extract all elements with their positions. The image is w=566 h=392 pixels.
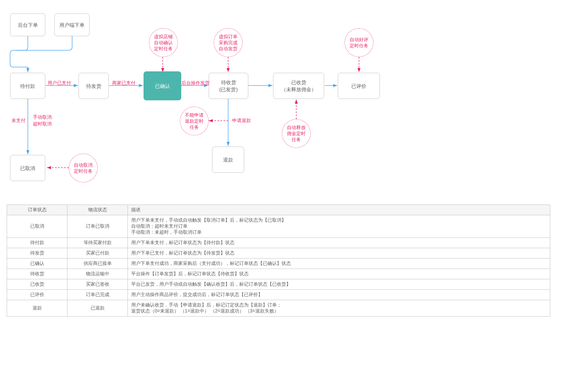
cell-order-status: 已确认	[7, 259, 67, 269]
th-description: 描述	[128, 205, 550, 215]
cell-order-status: 已取消	[7, 215, 67, 238]
cell-logistics-status: 物流运输中	[67, 269, 128, 279]
label: 自动好评 定时任务	[350, 37, 368, 49]
cell-description: 用户下单未支付，标记订单状态为【待付款】状态	[128, 238, 550, 248]
label: 待收货 (已发货)	[219, 79, 238, 93]
bubble-virtual-shop-confirm: 虚拟店铺 自动确认 定时任务	[149, 28, 178, 57]
cell-logistics-status: 买家已付款	[67, 248, 128, 259]
table-row: 已取消订单已取消用户下单未支付，手动或自动触发【取消订单】后，标记状态为【已取消…	[7, 215, 550, 238]
label: 退款	[223, 156, 233, 163]
table-row: 已收货买家已签收平台已发货，用户手动或自动触发【确认收货】后，标记订单状态【已收…	[7, 279, 550, 290]
label: 已收货 （未释放佣金）	[281, 79, 316, 93]
cell-logistics-status: 已退款	[67, 300, 128, 317]
cell-description: 用户主动操作商品评价，提交成功后，标记订单状态【已评价】	[128, 290, 550, 300]
cell-description: 用户下单已支付，标记订单状态为【待发货】状态	[128, 248, 550, 259]
node-refund: 退款	[212, 147, 244, 173]
node-client-order: 用户端下单	[54, 13, 90, 36]
th-logistics-status: 物流状态	[67, 205, 128, 215]
bubble-auto-cancel: 自动取消 定时任务	[69, 154, 98, 182]
cell-description: 用户下单支付成功，商家采购后（支付成功），标记订单状态【已确认】状态	[128, 259, 550, 269]
label: 已取消	[20, 165, 35, 172]
table-row: 待收货物流运输中平台操作【订单发货】后，标记订单状态【待收货】状态	[7, 269, 550, 279]
status-table: 订单状态 物流状态 描述 已取消订单已取消用户下单未支付，手动或自动触发【取消订…	[7, 205, 550, 317]
edge-unpaid: 未支付	[11, 117, 25, 124]
cell-logistics-status: 供应商已接单	[67, 259, 128, 269]
table-row: 退款已退款用户未确认收货，手动【申请退款】后，标记订定状态为【退款】订单； 退货…	[7, 300, 550, 317]
cell-description: 平台操作【订单发货】后，标记订单状态【待收货】状态	[128, 269, 550, 279]
node-backend-order: 后台下单	[10, 13, 45, 36]
label: 已确认	[155, 82, 170, 90]
cell-order-status: 待收货	[7, 269, 67, 279]
cell-order-status: 待发货	[7, 248, 67, 259]
cell-description: 用户下单未支付，手动或自动触发【取消订单】后，标记状态为【已取消】 自动取消：超…	[128, 215, 550, 238]
label: 用户端下单	[59, 21, 85, 29]
node-reviewed: 已评价	[338, 73, 380, 99]
bubble-virtual-order-ship: 虚拟订单 采购完成 自动发货	[214, 28, 243, 57]
label: 虚拟店铺 自动确认 定时任务	[154, 34, 173, 52]
node-pending-pay: 待付款	[10, 73, 45, 99]
label: 待付款	[20, 82, 35, 90]
edge-backend-ship: 后台操作发货	[182, 80, 210, 87]
node-pending-receive: 待收货 (已发货)	[209, 73, 248, 99]
cell-order-status: 待付款	[7, 238, 67, 248]
bubble-cannot-refund: 不能申请 退款定时 任务	[180, 107, 209, 135]
label: 自动释放 佣金定时 任务	[287, 124, 306, 143]
cell-logistics-status: 订单已取消	[67, 215, 128, 238]
table-row: 已评价订单已完成用户主动操作商品评价，提交成功后，标记订单状态【已评价】	[7, 290, 550, 300]
cell-logistics-status: 买家已签收	[67, 279, 128, 290]
table-row: 待发货买家已付款用户下单已支付，标记订单状态为【待发货】状态	[7, 248, 550, 259]
table-row: 已确认供应商已接单用户下单支付成功，商家采购后（支付成功），标记订单状态【已确认…	[7, 259, 550, 269]
cell-logistics-status: 等待买家付款	[67, 238, 128, 248]
node-pending-ship: 待发货	[79, 73, 109, 99]
cell-description: 平台已发货，用户手动或自动触发【确认收货】后，标记订单状态【已收货】	[128, 279, 550, 290]
edge-apply-refund: 申请退款	[232, 117, 251, 124]
label: 待发货	[86, 82, 101, 90]
table-header-row: 订单状态 物流状态 描述	[7, 205, 550, 215]
cell-logistics-status: 订单已完成	[67, 290, 128, 300]
cell-order-status: 已评价	[7, 290, 67, 300]
label: 不能申请 退款定时 任务	[185, 112, 204, 130]
label: 自动取消 定时任务	[74, 162, 93, 174]
node-cancelled: 已取消	[10, 155, 45, 181]
node-received: 已收货 （未释放佣金）	[273, 73, 324, 99]
table-row: 待付款等待买家付款用户下单未支付，标记订单状态为【待付款】状态	[7, 238, 550, 248]
label: 虚拟订单 采购完成 自动发货	[219, 34, 238, 52]
flowchart-canvas: 后台下单 用户端下单 待付款 待发货 已确认 待收货 (已发货) 已收货 （未释…	[7, 7, 560, 194]
edge-cancel-reasons: 手动取消 超时取消	[33, 114, 52, 127]
cell-description: 用户未确认收货，手动【申请退款】后，标记订定状态为【退款】订单； 退货状态（0=…	[128, 300, 550, 317]
cell-order-status: 退款	[7, 300, 67, 317]
edge-merchant-paid: 商家已支付	[112, 80, 136, 87]
bubble-release-commission: 自动释放 佣金定时 任务	[282, 119, 311, 148]
th-order-status: 订单状态	[7, 205, 67, 215]
edge-user-paid: 用户已支付	[48, 80, 71, 87]
label: 已评价	[351, 82, 366, 90]
bubble-auto-review: 自动好评 定时任务	[345, 28, 373, 57]
node-confirmed: 已确认	[144, 71, 181, 100]
label: 后台下单	[18, 21, 38, 29]
cell-order-status: 已收货	[7, 279, 67, 290]
